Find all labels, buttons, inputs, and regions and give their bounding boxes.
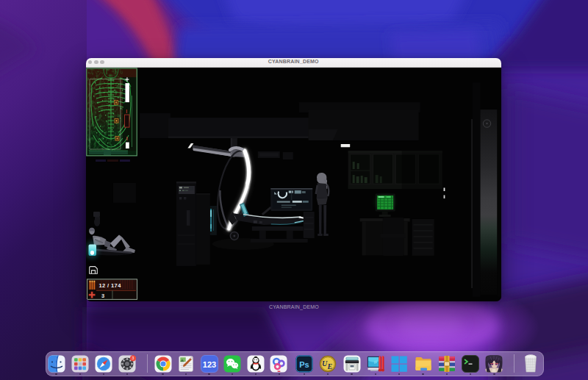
- svg-text:123: 123: [202, 359, 215, 368]
- svg-text:E: E: [327, 362, 333, 370]
- svg-text:3: 3: [101, 293, 104, 299]
- svg-text:Ps: Ps: [299, 359, 309, 368]
- svg-text:3: 3: [132, 356, 135, 360]
- svg-text:12 / 174: 12 / 174: [98, 282, 121, 289]
